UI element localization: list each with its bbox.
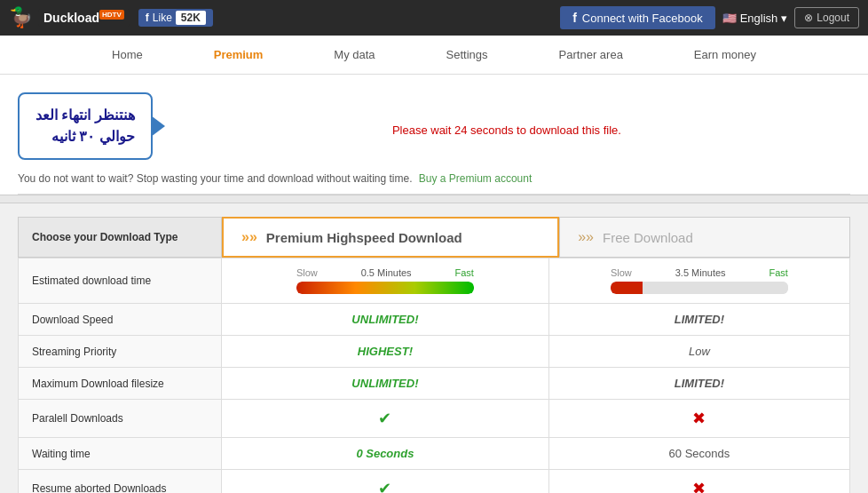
language-selector[interactable]: 🇺🇸 English ▾ — [722, 12, 788, 25]
premium-waiting-value: 0 Seconds — [356, 447, 414, 460]
row-label-speed: Download Speed — [19, 304, 222, 336]
flag-icon: 🇺🇸 — [722, 12, 737, 25]
free-filesize-value: LIMITED! — [675, 377, 724, 390]
premium-waiting-cell: 0 Seconds — [221, 438, 548, 470]
table-row: Download Speed UNLIMITED! LIMITED! — [19, 304, 850, 336]
fb-like-box[interactable]: f Like 52K — [138, 9, 213, 27]
free-streaming-value: Low — [689, 345, 710, 358]
premium-bar-fill — [296, 282, 474, 294]
table-row: Resume aborted Downloads ✔ ✖ — [19, 470, 850, 494]
arabic-tooltip: هنتنظر انتهاء العد حوالي ٣٠ ثانيه — [18, 92, 153, 160]
header-left: 🦆 DuckloadHDTV f Like 52K — [9, 6, 213, 29]
table-row: Streaming Priority HIGHEST! Low — [19, 336, 850, 368]
row-label-time: Estimated download time — [19, 258, 222, 304]
premium-filesize-cell: UNLIMITED! — [221, 368, 548, 400]
free-resume-value: ✖ — [692, 480, 706, 493]
connect-facebook-button[interactable]: f Connect with Facebook — [560, 6, 715, 29]
table-row: Paralell Downloads ✔ ✖ — [19, 400, 850, 438]
premium-resume-cell: ✔ — [221, 470, 548, 494]
header: 🦆 DuckloadHDTV f Like 52K f Connect with… — [0, 0, 868, 36]
premium-resume-value: ✔ — [378, 480, 391, 493]
free-speed-cell: LIMITED! — [548, 304, 849, 336]
buy-premium-link[interactable]: Buy a Premium account — [419, 172, 532, 185]
header-right: f Connect with Facebook 🇺🇸 English ▾ ⊗ L… — [560, 6, 859, 29]
premium-parallel-value: ✔ — [378, 410, 391, 427]
logo-area: 🦆 DuckloadHDTV — [9, 6, 130, 29]
free-speed-container: Slow 3.5 Minutes Fast — [558, 267, 840, 294]
arabic-line1: هنتنظر انتهاء العد — [36, 105, 135, 126]
chevron-down-icon: ▾ — [781, 12, 787, 25]
premium-speed-bar — [296, 282, 474, 294]
premium-speed-labels: Slow 0.5 Minutes Fast — [296, 267, 474, 278]
choose-download-label: Choose your Download Type — [18, 217, 222, 258]
fast-label: Fast — [455, 267, 474, 278]
premium-streaming-cell: HIGHEST! — [221, 336, 548, 368]
free-parallel-value: ✖ — [692, 410, 706, 427]
table-row: Waiting time 0 Seconds 60 Seconds — [19, 438, 850, 470]
free-speed-value: LIMITED! — [675, 313, 724, 326]
nav-my-data[interactable]: My data — [334, 48, 375, 61]
row-label-waiting: Waiting time — [19, 438, 222, 470]
no-wait-text: You do not want to wait? Stop wasting yo… — [18, 172, 413, 185]
logout-label: Logout — [817, 12, 849, 24]
premium-streaming-value: HIGHEST! — [358, 345, 413, 358]
fb-count: 52K — [176, 11, 206, 25]
premium-speed-value: UNLIMITED! — [351, 313, 418, 326]
fb-connect-icon: f — [572, 11, 577, 25]
row-label-streaming: Streaming Priority — [19, 336, 222, 368]
nav-premium[interactable]: Premium — [214, 48, 264, 61]
free-parallel-cell: ✖ — [548, 400, 849, 438]
nav-home[interactable]: Home — [112, 48, 143, 61]
lang-label: English — [740, 12, 778, 25]
no-wait-message: You do not want to wait? Stop wasting yo… — [18, 165, 850, 195]
premium-parallel-cell: ✔ — [221, 400, 548, 438]
logo-text: DuckloadHDTV — [38, 9, 130, 27]
premium-arrow-icon: »» — [241, 229, 257, 245]
wait-message: Please wait 24 seconds to download this … — [197, 123, 850, 137]
free-waiting-cell: 60 Seconds — [548, 438, 849, 470]
slow-label: Slow — [296, 267, 318, 278]
free-streaming-cell: Low — [548, 336, 849, 368]
nav-partner-area[interactable]: Partner area — [559, 48, 623, 61]
premium-filesize-value: UNLIMITED! — [351, 377, 418, 390]
premium-speed-container: Slow 0.5 Minutes Fast — [231, 267, 540, 294]
fb-icon: f — [146, 12, 149, 24]
premium-speed-cell: UNLIMITED! — [221, 304, 548, 336]
free-btn-label: Free Download — [603, 230, 693, 245]
table-row: Maximum Download filesize UNLIMITED! LIM… — [19, 368, 850, 400]
premium-btn-label: Premium Highspeed Download — [266, 230, 462, 245]
nav-earn-money[interactable]: Earn money — [694, 48, 756, 61]
free-arrow-icon: »» — [578, 229, 594, 245]
comparison-table: Estimated download time Slow 0.5 Minutes… — [18, 258, 850, 493]
free-download-button[interactable]: »» Free Download — [559, 217, 850, 258]
free-filesize-cell: LIMITED! — [548, 368, 849, 400]
row-label-parallel: Paralell Downloads — [19, 400, 222, 438]
fb-like-label: Like — [153, 12, 172, 24]
logout-icon: ⊗ — [804, 12, 813, 24]
fast-label-free: Fast — [769, 267, 788, 278]
premium-time-cell: Slow 0.5 Minutes Fast — [221, 258, 548, 304]
slow-label-free: Slow — [611, 267, 632, 278]
tooltip-area: هنتنظر انتهاء العد حوالي ٣٠ ثانيه Please… — [0, 75, 868, 195]
download-section: Choose your Download Type »» Premium Hig… — [0, 203, 868, 493]
free-speed-bar — [611, 282, 788, 294]
free-waiting-value: 60 Seconds — [669, 447, 730, 460]
row-label-resume: Resume aborted Downloads — [19, 470, 222, 494]
arabic-line2: حوالي ٣٠ ثانيه — [36, 126, 135, 147]
navigation: Home Premium My data Settings Partner ar… — [0, 36, 868, 75]
free-time-cell: Slow 3.5 Minutes Fast — [548, 258, 849, 304]
duck-emoji: 🦆 — [9, 6, 33, 29]
premium-time-label: 0.5 Minutes — [361, 267, 412, 278]
free-bar-fill — [611, 282, 788, 294]
free-resume-cell: ✖ — [548, 470, 849, 494]
download-type-row: Choose your Download Type »» Premium Hig… — [18, 217, 850, 258]
premium-download-button[interactable]: »» Premium Highspeed Download — [222, 217, 559, 258]
free-speed-labels: Slow 3.5 Minutes Fast — [611, 267, 788, 278]
free-time-label: 3.5 Minutes — [675, 267, 726, 278]
nav-settings[interactable]: Settings — [446, 48, 488, 61]
row-label-filesize: Maximum Download filesize — [19, 368, 222, 400]
table-row: Estimated download time Slow 0.5 Minutes… — [19, 258, 850, 304]
logout-button[interactable]: ⊗ Logout — [794, 7, 859, 28]
connect-fb-label: Connect with Facebook — [582, 12, 703, 25]
